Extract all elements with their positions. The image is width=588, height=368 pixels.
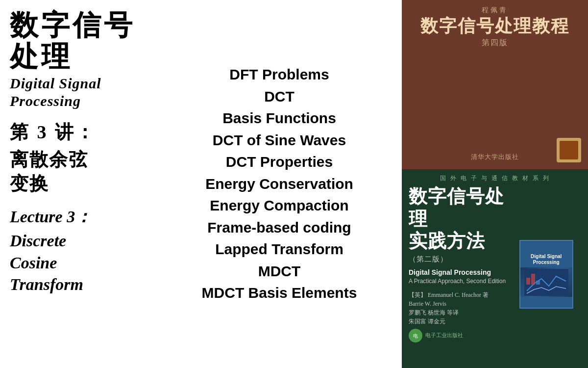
topic-item: MDCT Basis Elements (162, 283, 397, 303)
svg-text:电: 电 (413, 333, 418, 339)
book-top-logo (557, 138, 581, 162)
topic-item: Energy Conservation (162, 174, 397, 194)
mini-book-chart-icon (524, 269, 568, 296)
svg-rect-2 (526, 278, 530, 285)
book-bottom-cn-title: 数字信号处理 实践方法 (409, 185, 507, 253)
topic-item: DCT (162, 87, 397, 107)
left-panel: 数字信号处理 Digital Signal Processing 第 3 讲： … (0, 0, 402, 368)
book-bottom-en-subtitle: A Practical Approach, Second Edition (409, 278, 507, 286)
book-top-author: 程佩青 (482, 6, 508, 15)
lecture-cn-subtitle: 离散余弦 变换 (10, 148, 142, 196)
book-bottom-publisher-logo: 电 (409, 329, 422, 342)
book-top-title: 数字信号处理教程 (420, 15, 569, 38)
book-top: 程佩青 数字信号处理教程 第四版 清华大学出版社 (402, 0, 588, 169)
chinese-main-title: 数字信号处理 (10, 10, 142, 73)
svg-rect-3 (531, 274, 535, 285)
lecture-en-subtitle: Discrete Cosine Transform (10, 230, 142, 295)
english-main-title: Digital Signal Processing (10, 75, 142, 110)
topics-list: DFT ProblemsDCTBasis FunctionsDCT of Sin… (152, 5, 402, 363)
book-top-logo-inner (560, 141, 578, 159)
mini-book-title: Digital Signal Processing (520, 252, 572, 267)
book-bottom-cn-subtitle: （第二版） (409, 255, 507, 264)
book-top-subtitle: 第四版 (482, 38, 508, 48)
topic-item: DCT Properties (162, 152, 397, 172)
right-panel: 程佩青 数字信号处理教程 第四版 清华大学出版社 国 外 电 子 与 通 信 教… (402, 0, 588, 368)
book-bottom-publisher-row: 电 电子工业出版社 (409, 329, 507, 342)
book-bottom: 国 外 电 子 与 通 信 教 材 系 列 数字信号处理 实践方法 （第二版） … (402, 169, 588, 368)
svg-rect-4 (536, 281, 540, 285)
publisher-logo-icon: 电 (411, 331, 420, 340)
book-bottom-authors: 【英】 Emmanuel C. Ifeachor 著 Barrie W. Jer… (409, 290, 507, 326)
mini-book-cover: Digital Signal Processing (519, 240, 573, 309)
book-top-publisher: 清华大学出版社 (471, 153, 519, 161)
book-bottom-main: 数字信号处理 实践方法 （第二版） Digital Signal Process… (409, 185, 581, 363)
topic-item: Frame-based coding (162, 218, 397, 238)
topic-item: Lapped Transform (162, 239, 397, 260)
topic-item: Basis Functions (162, 108, 397, 129)
lecture-cn-label: 第 3 讲： (10, 120, 142, 145)
lecture-en-label: Lecture 3： (10, 206, 142, 228)
topic-item: DFT Problems (162, 65, 397, 85)
book-bottom-left: 数字信号处理 实践方法 （第二版） Digital Signal Process… (409, 185, 511, 363)
mini-book-image (520, 267, 572, 297)
topic-item: MDCT (162, 262, 397, 282)
book-bottom-right: Digital Signal Processing (511, 185, 581, 363)
book-bottom-publisher-text: 电子工业出版社 (425, 332, 463, 339)
book-bottom-series: 国 外 电 子 与 通 信 教 材 系 列 (409, 174, 581, 183)
topic-item: Energy Compaction (162, 196, 397, 216)
left-text-area: 数字信号处理 Digital Signal Processing 第 3 讲： … (0, 5, 152, 363)
svg-rect-1 (524, 269, 568, 296)
topic-item: DCT of Sine Waves (162, 131, 397, 151)
book-bottom-en-title: Digital Signal Processing (409, 268, 507, 277)
